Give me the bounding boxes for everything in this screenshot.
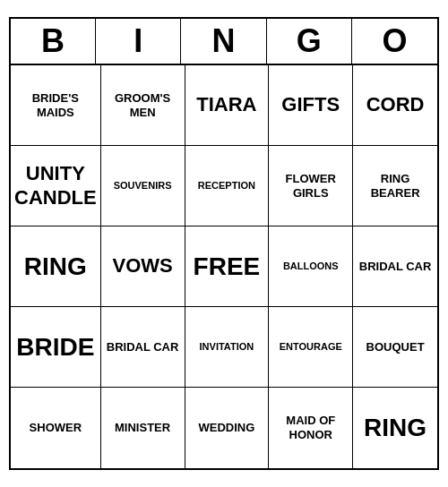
bingo-cell: VOWS	[101, 226, 185, 307]
bingo-cell: MAID OF HONOR	[269, 388, 353, 468]
header-letter: N	[181, 19, 266, 64]
bingo-cell: TIARA	[185, 65, 270, 146]
bingo-cell: UNITY CANDLE	[11, 146, 101, 226]
bingo-card: BINGO BRIDE'S MAIDSGROOM'S MENTIARAGIFTS…	[9, 17, 439, 470]
bingo-cell: SOUVENIRS	[101, 146, 185, 226]
bingo-cell: BRIDE	[11, 307, 101, 388]
bingo-grid: BRIDE'S MAIDSGROOM'S MENTIARAGIFTSCORDUN…	[11, 65, 437, 468]
bingo-cell: FLOWER GIRLS	[269, 146, 353, 226]
bingo-cell: ENTOURAGE	[269, 307, 353, 388]
bingo-cell: FREE	[185, 226, 270, 307]
bingo-cell: BOUQUET	[353, 307, 437, 388]
header-letter: B	[11, 19, 96, 64]
bingo-cell: RING	[11, 226, 101, 307]
header-letter: G	[267, 19, 352, 64]
header-letter: O	[352, 19, 437, 64]
bingo-cell: BRIDE'S MAIDS	[11, 65, 101, 146]
bingo-cell: BRIDAL CAR	[101, 307, 185, 388]
bingo-cell: BALLOONS	[269, 226, 353, 307]
bingo-cell: WEDDING	[185, 388, 270, 468]
bingo-cell: GIFTS	[269, 65, 353, 146]
bingo-cell: INVITATION	[185, 307, 270, 388]
bingo-cell: CORD	[353, 65, 437, 146]
bingo-cell: RING BEARER	[353, 146, 437, 226]
bingo-cell: RING	[353, 388, 437, 468]
bingo-cell: RECEPTION	[185, 146, 270, 226]
bingo-cell: MINISTER	[101, 388, 185, 468]
bingo-header: BINGO	[11, 19, 437, 65]
bingo-cell: GROOM'S MEN	[101, 65, 185, 146]
header-letter: I	[96, 19, 181, 64]
bingo-cell: SHOWER	[11, 388, 101, 468]
bingo-cell: BRIDAL CAR	[353, 226, 437, 307]
